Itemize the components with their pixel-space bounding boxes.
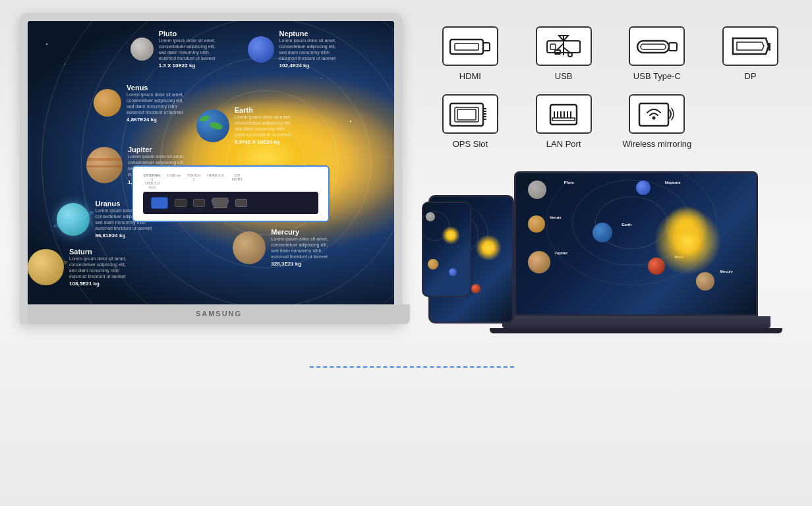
pluto-mass: 1.3 X 10E22 kg — [159, 63, 218, 69]
laptop-sun — [660, 202, 712, 254]
svg-rect-14 — [669, 43, 677, 51]
laptop-orbit-3 — [546, 171, 717, 285]
monitor-brand: SAMSUNG — [196, 310, 242, 318]
planet-neptune: Neptune Lorem ipsum dolor sit amet, cons… — [248, 30, 339, 69]
devices-container: Pluto Neptune Venus Earth Jupiter Mars M… — [428, 162, 792, 333]
planet-earth: Earth Lorem ipsum dolor sit amet, consec… — [196, 106, 294, 145]
port-label-4: HDMI 2.0 — [206, 173, 225, 189]
laptop-label-jupiter: Jupiter — [554, 251, 567, 255]
laptop-screen-content: Pluto Neptune Venus Earth Jupiter Mars M… — [516, 173, 756, 314]
dp-icon-box — [722, 26, 778, 66]
hdmi-label: HDMI — [459, 71, 481, 81]
port-sublabel-1b: USB 3.0 (ss) — [143, 181, 161, 189]
port-sublabel-1a: EXTERNAL 1 — [143, 173, 161, 181]
neptune-info: Neptune Lorem ipsum dolor sit amet, cons… — [279, 30, 339, 69]
svg-rect-18 — [457, 109, 476, 120]
usb-icon — [540, 32, 587, 61]
connectivity-grid: HDMI — [428, 26, 792, 149]
svg-line-5 — [557, 43, 564, 50]
saturn-sphere — [28, 249, 64, 285]
svg-rect-2 — [483, 43, 490, 51]
port-panel-inner — [143, 192, 318, 214]
conn-item-usb: USB — [522, 26, 606, 81]
earth-desc: Lorem ipsum dolor sit amet, consectetuer… — [235, 114, 294, 138]
svg-rect-32 — [639, 103, 668, 126]
planet-pluto: Pluto Lorem ipsum dolor sit amet, consec… — [130, 30, 218, 69]
port-panel: EXTERNAL 1 USB 3.0 (ss) USB ss TOUCH 1 H… — [132, 165, 330, 222]
port-label-5: DP HDBT — [230, 173, 245, 189]
lan-port-icon — [540, 99, 587, 128]
laptop-label-mercury: Mercury — [720, 269, 732, 273]
svg-rect-1 — [455, 43, 478, 50]
port-label-2: USB ss — [167, 173, 181, 189]
svg-rect-15 — [768, 43, 770, 51]
pluto-name: Pluto — [159, 30, 218, 38]
jupiter-name: Jupiter — [128, 146, 187, 154]
svg-rect-12 — [637, 41, 669, 53]
mercury-mass: 328,3E21 kg — [271, 261, 330, 267]
ops-slot-icon-box — [442, 94, 498, 134]
dp-icon — [728, 32, 774, 61]
monitor-base-area: SAMSUNG — [28, 304, 410, 324]
venus-sphere — [94, 89, 121, 117]
laptop-device: Pluto Neptune Venus Earth Jupiter Mars M… — [514, 171, 758, 333]
star-2 — [65, 64, 65, 65]
conn-item-lan-port: LAN Port — [522, 94, 606, 149]
phone-planet-2 — [428, 259, 438, 269]
wireless-mirroring-icon-box — [629, 94, 685, 134]
neptune-sphere — [248, 36, 274, 63]
laptop-planet-jupiter — [528, 251, 550, 273]
ops-slot-label: OPS Slot — [453, 139, 488, 149]
laptop-hinge — [502, 316, 770, 328]
neptune-mass: 102,4E24 kg — [279, 63, 339, 69]
port-label-row: EXTERNAL 1 USB 3.0 (ss) USB ss TOUCH 1 H… — [143, 173, 318, 189]
mercury-info: Mercury Lorem ipsum dolor sit amet, cons… — [271, 228, 330, 267]
svg-line-6 — [564, 47, 570, 53]
phone-device — [422, 202, 471, 297]
right-section: HDMI — [428, 13, 792, 333]
saturn-info: Saturn Lorem ipsum dolor sit amet, conse… — [69, 248, 129, 287]
saturn-mass: 108,5E21 kg — [69, 281, 129, 287]
neptune-name: Neptune — [279, 30, 339, 38]
planet-venus: Venus Lorem ipsum dolor sit amet, consec… — [94, 84, 186, 123]
earth-sphere — [196, 109, 229, 142]
saturn-desc: Lorem ipsum dolor sit amet, consectetuer… — [69, 256, 129, 279]
pluto-desc: Lorem ipsum dolor sit amet, consectetuer… — [159, 38, 218, 61]
port-label-3: TOUCH 1 — [187, 173, 201, 189]
venus-name: Venus — [127, 84, 186, 92]
usb-type-c-icon-box — [629, 26, 685, 66]
hdmi-icon — [447, 32, 493, 61]
laptop-label-venus: Venus — [550, 215, 562, 219]
usb-small-port-1 — [175, 199, 187, 207]
phone-planet-3 — [449, 268, 457, 276]
monitor-section: Pluto Lorem ipsum dolor sit amet, consec… — [20, 13, 402, 324]
conn-item-ops-slot: OPS Slot — [428, 94, 512, 149]
dp-port — [235, 199, 247, 207]
mercury-sphere — [233, 231, 266, 264]
wireless-mirroring-label: Wireless mirroring — [623, 139, 692, 149]
svg-rect-13 — [641, 44, 666, 49]
venus-mass: 4,867E24 kg — [127, 117, 186, 123]
uranus-container — [57, 203, 90, 236]
dotted-connector-line — [310, 366, 514, 368]
usb-label: USB — [555, 71, 573, 81]
mercury-name: Mercury — [271, 228, 330, 236]
conn-item-usb-type-c: USB Type-C — [616, 26, 699, 81]
svg-rect-10 — [550, 44, 556, 49]
conn-item-dp: DP — [709, 26, 792, 81]
laptop-screen-area: Pluto Neptune Venus Earth Jupiter Mars M… — [514, 171, 758, 316]
tablet-planet-3 — [471, 284, 480, 293]
laptop-planet-mercury — [696, 272, 714, 291]
laptop-planet-pluto — [528, 181, 546, 199]
earth-info: Earth Lorem ipsum dolor sit amet, consec… — [235, 106, 294, 145]
pluto-info: Pluto Lorem ipsum dolor sit amet, consec… — [159, 30, 218, 69]
usb-type-c-icon — [634, 32, 680, 61]
star-4 — [321, 78, 322, 78]
laptop-label-earth: Earth — [622, 223, 631, 227]
conn-item-hdmi: HDMI — [428, 26, 512, 81]
planet-saturn: Saturn Lorem ipsum dolor sit amet, conse… — [28, 248, 129, 287]
port-panel-container: EXTERNAL 1 USB 3.0 (ss) USB ss TOUCH 1 H… — [132, 165, 330, 222]
laptop-label-mars: Mars — [674, 255, 683, 259]
planet-mercury: Mercury Lorem ipsum dolor sit amet, cons… — [233, 228, 330, 267]
uranus-mass: 86,81E24 kg — [95, 233, 154, 239]
